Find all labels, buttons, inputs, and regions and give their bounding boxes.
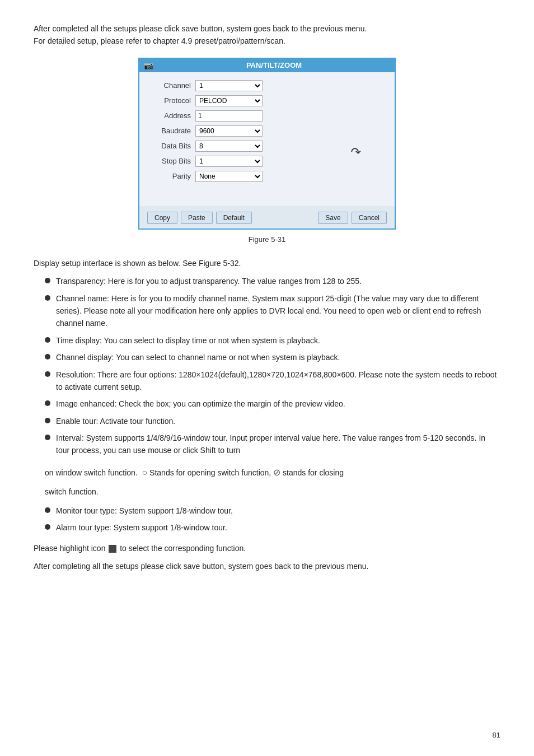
bullet-dot [45,278,50,283]
bullet-dot [45,354,50,360]
bullet-dot [45,371,50,377]
intro-line2: For detailed setup, please refer to chap… [34,36,285,45]
paste-button[interactable]: Paste [181,212,213,224]
bullet-text-0: Transparency: Here is for you to adjust … [56,275,362,287]
dialog-wrapper: 📷 PAN/TILT/ZOOM Channel 1 Protocol PELCO… [34,58,500,230]
page-number: 81 [493,731,500,739]
databits-row: Data Bits 8 [151,141,383,152]
after-completing-text: After completing all the setups please c… [34,560,500,572]
bullet-dot [45,507,50,513]
more-feature-list: Monitor tour type: System support 1/8-wi… [34,505,500,534]
bullet-dot [45,418,50,423]
cursor-icon: ↶ [351,145,361,160]
bullet-text-2: Time display: You can select to display … [56,334,320,347]
databits-label: Data Bits [151,142,195,150]
channel-label: Channel [151,81,195,90]
stopbits-label: Stop Bits [151,157,195,165]
address-input[interactable] [195,110,263,122]
default-button[interactable]: Default [216,212,252,224]
bullet-text-3: Channel display: You can select to chann… [56,351,340,363]
parity-label: Parity [151,172,195,180]
dialog-footer: Copy Paste Default Save Cancel [139,207,395,228]
intro-line1: After completed all the setups please cl… [34,24,367,33]
highlight-text-before: Please highlight icon [34,544,105,553]
list-item: Image enhanced: Check the box; you can o… [45,398,500,410]
list-item: Resolution: There are four options: 1280… [45,368,500,394]
switch-function-text: switch function. [45,487,99,496]
databits-select[interactable]: 8 [195,141,263,152]
interval-continuation-text: on window switch function. [45,468,140,477]
figure-caption: Figure 5-31 [34,235,500,244]
bullet-dot [45,524,50,530]
highlight-para: Please highlight icon to select the corr… [34,542,500,554]
list-item: Channel display: You can select to chann… [45,351,500,363]
intro-paragraph: After completed all the setups please cl… [34,22,500,48]
list-item: Channel name: Here is for you to modify … [45,292,500,330]
channel-row: Channel 1 [151,80,383,91]
dialog-titlebar: 📷 PAN/TILT/ZOOM [139,59,395,72]
channel-select[interactable]: 1 [195,80,263,91]
open-switch-icon [142,468,148,477]
save-button[interactable]: Save [318,212,348,224]
bullet-text-7: Interval: System supports 1/4/8/9/16-win… [56,432,500,457]
list-item: Interval: System supports 1/4/8/9/16-win… [45,432,500,457]
bullet-dot [45,435,50,440]
interval-continuation-para: on window switch function. Stands for op… [45,465,500,480]
pan-tilt-zoom-dialog: 📷 PAN/TILT/ZOOM Channel 1 Protocol PELCO… [138,58,396,230]
dialog-title-text: PAN/TILT/ZOOM [158,61,390,69]
highlight-text-after: to select the corresponding function. [120,544,246,553]
list-item: Time display: You can select to display … [45,334,500,347]
parity-row: Parity None [151,171,383,182]
switch-function-text-para: switch function. [45,486,500,499]
feature-list: Transparency: Here is for you to adjust … [34,275,500,457]
list-item: Transparency: Here is for you to adjust … [45,275,500,287]
list-item: Monitor tour type: System support 1/8-wi… [45,505,500,517]
bullet-text-6: Enable tour: Activate tour function. [56,415,175,427]
stands-open-text: Stands for opening switch function, [149,468,271,477]
baudrate-label: Baudrate [151,127,195,135]
more-bullet-1: Alarm tour type: System support 1/8-wind… [56,521,227,534]
bullet-dot [45,295,50,301]
bullet-text-4: Resolution: There are four options: 1280… [56,368,500,394]
cancel-button[interactable]: Cancel [352,212,387,224]
bullet-text-1: Channel name: Here is for you to modify … [56,292,500,330]
copy-button[interactable]: Copy [147,212,177,224]
display-intro: Display setup interface is shown as belo… [34,257,500,269]
highlight-icon [109,545,116,553]
parity-select[interactable]: None [195,171,263,182]
baudrate-select[interactable]: 9600 [195,125,263,137]
bullet-text-5: Image enhanced: Check the box; you can o… [56,398,345,410]
list-item: Alarm tour type: System support 1/8-wind… [45,521,500,534]
protocol-row: Protocol PELCOD [151,95,383,106]
baudrate-row: Baudrate 9600 [151,125,383,137]
dialog-body: Channel 1 Protocol PELCOD Address Baudra… [139,72,395,207]
address-label: Address [151,111,195,120]
more-bullet-0: Monitor tour type: System support 1/8-wi… [56,505,233,517]
list-item: Enable tour: Activate tour function. [45,415,500,427]
bullet-dot [45,400,50,406]
close-switch-icon [273,468,280,477]
protocol-select[interactable]: PELCOD [195,95,263,106]
stands-close-text: stands for closing [283,468,344,477]
stopbits-select[interactable]: 1 [195,156,263,167]
address-row: Address [151,110,383,122]
protocol-label: Protocol [151,96,195,105]
stopbits-row: Stop Bits 1 [151,156,383,167]
bullet-dot [45,337,50,343]
dialog-title-icon: 📷 [144,61,153,70]
